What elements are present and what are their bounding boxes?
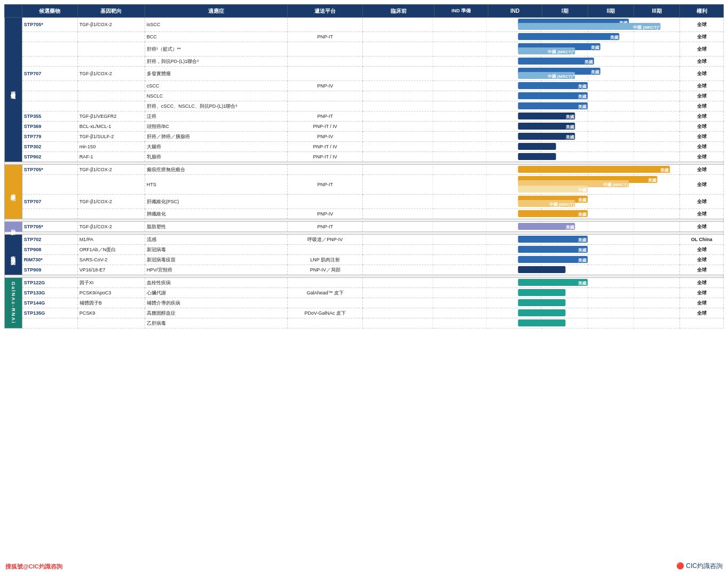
platform xyxy=(288,298,363,308)
platform xyxy=(288,101,363,111)
indication: 肝癌、cSCC、NSCLC、與抗PD-(L)1聯合³ xyxy=(145,101,287,111)
table-row: 疫苗傳染病STP702M1/PA流感呼吸道／PNP-IV美國OL China xyxy=(5,235,724,245)
drug-name: STP302 xyxy=(22,142,77,152)
svg-rect-14 xyxy=(518,33,620,40)
rights: 全球 xyxy=(680,67,724,81)
rights: 全球 xyxy=(680,42,724,57)
main-container: 候選藥物 基因靶向 適應症 遞送平台 臨床前 IND 準備 IND I期 II期… xyxy=(0,0,728,333)
header-platform: 遞送平台 xyxy=(288,5,363,18)
indication: HTS xyxy=(145,175,287,195)
indication: 肝癌，與抗PD-(L)1聯合³ xyxy=(145,57,287,67)
platform xyxy=(288,91,363,101)
svg-text:中國 (MRCT)⁴: 中國 (MRCT)⁴ xyxy=(548,74,575,79)
svg-text:美國: 美國 xyxy=(565,225,574,230)
platform xyxy=(288,57,363,67)
pipeline-bar-area xyxy=(363,142,680,152)
svg-rect-168 xyxy=(518,279,588,286)
indication: isSCC xyxy=(145,18,287,32)
section-label-vaccine: 疫苗傳染病 xyxy=(5,235,22,275)
header-section xyxy=(5,5,22,18)
rights: 全球 xyxy=(680,81,724,91)
svg-text:美國: 美國 xyxy=(578,258,587,263)
platform xyxy=(288,67,363,81)
gene-target: TGF-β1/VEGFR2 xyxy=(77,111,145,122)
drug-name xyxy=(22,32,77,42)
indication: HPV/宮頸癌 xyxy=(145,265,287,275)
gene-target: PCSK9/ApoC3 xyxy=(77,288,145,298)
table-row: 肺纖維化PNP-IV美國全球 xyxy=(5,209,724,219)
svg-rect-193 xyxy=(518,319,566,326)
drug-name: STP705* xyxy=(22,18,77,32)
svg-rect-60 xyxy=(518,102,588,109)
platform: PNP-IT xyxy=(288,32,363,42)
gene-target: TGF-β1/SULF-2 xyxy=(77,132,145,142)
section-label-metabolic: 脂肪 xyxy=(5,222,22,232)
indication: 新冠病毒疫苗 xyxy=(145,255,287,265)
svg-rect-155 xyxy=(518,256,588,263)
svg-text:中國: 中國 xyxy=(579,188,587,193)
table-row: STP355TGF-β1/VEGFR2泛癌PNP-IT美國全球 xyxy=(5,111,724,122)
rights: 全球 xyxy=(680,57,724,67)
header-drug: 候選藥物 xyxy=(22,5,77,18)
table-row: STP144G補體因子B補體介導的疾病全球 xyxy=(5,298,724,308)
indication: NSCLC xyxy=(145,91,287,101)
pipeline-bar-area: 美國 xyxy=(363,278,680,288)
rights: 全球 xyxy=(680,18,724,32)
pipeline-bar-area: 美國 xyxy=(363,111,680,122)
svg-text:美國: 美國 xyxy=(578,84,587,89)
indication: 乳腺癌 xyxy=(145,152,287,162)
pipeline-bar-area: 美國 xyxy=(363,101,680,111)
svg-text:美國: 美國 xyxy=(565,114,574,119)
drug-name xyxy=(22,91,77,101)
platform: PNP-IT xyxy=(288,111,363,122)
table-row: 纖維化STP705*TGF-β1/COX-2瘢痕疙瘩無疤癒合美國全球 xyxy=(5,165,724,175)
rights: 全球 xyxy=(680,165,724,175)
indication: BCC xyxy=(145,32,287,42)
rights: 全球 xyxy=(680,32,724,42)
gene-target: PCSK9 xyxy=(77,308,145,318)
rights: 全球 xyxy=(680,209,724,219)
pipeline-bar-area xyxy=(363,298,680,308)
svg-text:美國: 美國 xyxy=(565,134,574,140)
table-row: 肝癌¹（籃式）**美國中國 (MRCT)³全球 xyxy=(5,42,724,57)
gene-target: M1/PA xyxy=(77,235,145,245)
svg-text:美國: 美國 xyxy=(590,69,599,75)
drug-name xyxy=(22,57,77,67)
table-row: STP135GPCSK9高膽固醇血症PDoV-GalNAc 皮下全球 xyxy=(5,308,724,318)
table-row: RIM730*SARS-CoV-2新冠病毒疫苗LNP 肌肉注射美國全球 xyxy=(5,255,724,265)
table-row: 肝癌，與抗PD-(L)1聯合³美國全球 xyxy=(5,57,724,67)
gene-target: RAF-1 xyxy=(77,152,145,162)
indication: 泛癌 xyxy=(145,111,287,122)
table-row: STP908ORF1Ab／N蛋白新冠病毒美國全球 xyxy=(5,245,724,255)
svg-rect-187 xyxy=(518,309,566,316)
gene-target: TGF-β1/COX-2 xyxy=(77,165,145,175)
header-phase1: I期 xyxy=(542,5,588,18)
indication: 流感 xyxy=(145,235,287,245)
pipeline-bar-area: 美國 xyxy=(363,122,680,132)
table-row: STP302mir-150大腸癌PNP-IT / IV全球 xyxy=(5,142,724,152)
pipeline-bar-area: 美國中國 (MRCT) xyxy=(363,195,680,209)
indication: 肺纖維化 xyxy=(145,209,287,219)
svg-text:中國 (MRCT): 中國 (MRCT) xyxy=(549,202,574,207)
gene-target: TGF-β1/COX-2 xyxy=(77,18,145,32)
drug-name: STP902 xyxy=(22,152,77,162)
indication: 新冠病毒 xyxy=(145,245,287,255)
pipeline-bar-area: 美國 xyxy=(363,245,680,255)
rights: 全球 xyxy=(680,111,724,122)
indication: 高膽固醇血症 xyxy=(145,308,287,318)
indication: 大腸癌 xyxy=(145,142,287,152)
gene-target xyxy=(77,175,145,195)
watermark-right: 🔴 CIC灼識咨詢 xyxy=(676,562,723,571)
table-row: STP369BCL-xL/MCL-1頭頸癌/BCPNP-IT / IV美國全球 xyxy=(5,122,724,132)
svg-rect-162 xyxy=(518,266,566,273)
svg-text:美國: 美國 xyxy=(565,124,574,130)
table-row: STP909VP16/18-E7HPV/宮頸癌PNP-IV／局部全球 xyxy=(5,265,724,275)
table-row: HTSPNP-IT美國中國 (MRCT)中國全球 xyxy=(5,175,724,195)
gene-target: TGF-β1/COX-2 xyxy=(77,67,145,81)
rights: 全球 xyxy=(680,288,724,298)
svg-rect-94 xyxy=(518,153,556,160)
gene-target: TGF-β1/COX-2 xyxy=(77,222,145,232)
rights: 全球 xyxy=(680,308,724,318)
drug-name xyxy=(22,175,77,195)
table-row: cSCCPNP-IV美國全球 xyxy=(5,81,724,91)
